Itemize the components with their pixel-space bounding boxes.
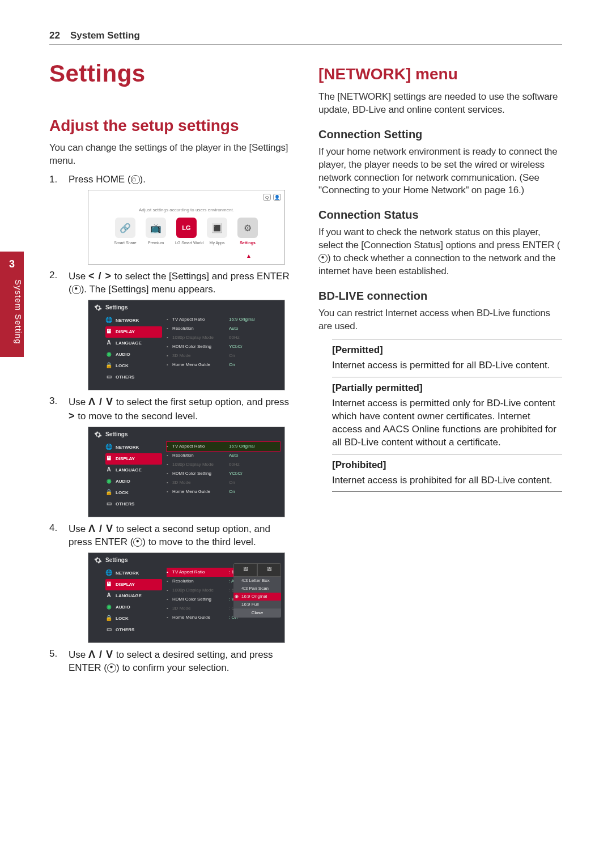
gear-icon (94, 304, 102, 312)
step-3: 3. Use Λ / V to select the first setup o… (49, 395, 293, 517)
enter-icon (107, 663, 116, 673)
step-3-text: to select the first setup option, and pr… (116, 397, 289, 407)
sidebar-item-audio: ◉AUDIO (105, 349, 162, 360)
bd-partial-label: [Partially permitted] (332, 382, 562, 395)
login-icon: 👤 (273, 194, 281, 201)
step-3-pre: Use (69, 397, 86, 407)
step-4-number: 4. (49, 522, 64, 535)
bdlive-options: [Permitted] Internet access is permitted… (332, 339, 562, 492)
header-rule (49, 44, 562, 45)
step-4-pre: Use (69, 524, 86, 534)
tile-my-apps: 🔳My Apps (206, 218, 228, 245)
step-2-number: 2. (49, 269, 64, 282)
audio-icon: ◉ (105, 351, 112, 358)
highlighted-row: •TV Aspect Ratio16:9 Original (167, 442, 280, 451)
left-column: Settings Adjust the setup settings You c… (49, 58, 293, 679)
lock-icon: 🔒 (105, 362, 112, 369)
bd-partial-text: Internet access is permitted only for BD… (332, 397, 562, 449)
enter-icon (318, 254, 328, 263)
popup-option-selected: 16:9 Original (233, 593, 281, 601)
enter-icon (72, 285, 81, 294)
popup-option: 4:3 Letter Box (233, 577, 281, 585)
step-1-text-pre: Press HOME ( (69, 174, 131, 185)
left-right-glyph: < / > (88, 270, 112, 282)
settings-sidebar: 🌐NETWORK 🖥DISPLAY ALANGUAGE ◉AUDIO 🔒LOCK… (105, 442, 162, 510)
bd-permitted-label: [Permitted] (332, 344, 562, 357)
network-icon: 🌐 (105, 317, 112, 324)
step-5-post: ) to confirm your selection. (116, 662, 229, 673)
network-menu-intro: The [NETWORK] settings are needed to use… (318, 91, 562, 117)
settings-screenshot-3: Settings 🌐NETWORK 🖥DISPLAY ALANGUAGE ◉AU… (88, 552, 285, 643)
aspect-ratio-popup: 🖼🖼 4:3 Letter Box 4:3 Pan Scan 16:9 Orig… (233, 563, 281, 618)
step-3-post: to move to the second level. (78, 411, 198, 422)
bd-permitted-text: Internet access is permitted for all BD-… (332, 359, 562, 372)
up-down-glyph: Λ / V (88, 523, 113, 534)
connection-status-heading: Connection Status (318, 207, 562, 223)
language-icon: A (105, 339, 112, 346)
popup-option: 4:3 Pan Scan (233, 585, 281, 593)
chapter-label: System Setting (0, 272, 24, 351)
chapter-tab: 3 System Setting (0, 252, 24, 357)
up-down-glyph: Λ / V (88, 649, 113, 660)
step-5: 5. Use Λ / V to select a desired setting… (49, 648, 293, 675)
popup-option: 16:9 Full (233, 601, 281, 609)
step-2: 2. Use < / > to select the [Settings] an… (49, 269, 293, 390)
search-icon: Q (263, 194, 271, 201)
tile-smart-share: 🔗Smart Share (114, 218, 137, 245)
connection-status-text: If you want to check the network status … (318, 226, 562, 278)
page-header: System Setting (70, 29, 140, 42)
aspect-preview-thumbnails: 🖼🖼 (233, 563, 281, 577)
settings-pointer-icon: ▲ (246, 252, 252, 260)
step-2-pre: Use (69, 271, 86, 282)
bdlive-intro: You can restrict Internet access when BD… (318, 307, 562, 333)
connection-setting-heading: Connection Setting (318, 127, 562, 142)
enter-icon (133, 538, 142, 547)
sidebar-item-language: ALANGUAGE (105, 338, 162, 349)
settings-panel: •TV Aspect Ratio16:9 Original •Resolutio… (167, 315, 280, 369)
connection-setting-text: If your home network environment is read… (318, 146, 562, 198)
up-down-glyph: Λ / V (88, 396, 113, 407)
bdlive-heading: BD-LIVE connection (318, 288, 562, 304)
bd-prohibited-text: Internet access is prohibited for all BD… (332, 474, 562, 487)
step-3-number: 3. (49, 395, 64, 408)
settings-sidebar: 🌐NETWORK 🖥DISPLAY ALANGUAGE ◉AUDIO 🔒LOCK… (105, 315, 162, 383)
step-4-post: ) to move to the third level. (142, 537, 256, 547)
tile-settings: ⚙Settings (236, 218, 259, 245)
step-1: 1. Press HOME (). Q 👤 Adjust settings ac… (49, 173, 293, 265)
gear-icon (94, 431, 102, 439)
main-title: Settings (49, 58, 293, 90)
settings-screenshot-2: Settings 🌐NETWORK 🖥DISPLAY ALANGUAGE ◉AU… (88, 427, 285, 517)
network-menu-heading: [NETWORK] menu (318, 63, 562, 85)
display-icon: 🖥 (105, 328, 112, 335)
adjust-settings-intro: You can change the settings of the playe… (49, 142, 293, 168)
step-1-number: 1. (49, 173, 64, 186)
sidebar-item-network: 🌐NETWORK (105, 315, 162, 326)
settings-screenshot-1: Settings 🌐NETWORK 🖥DISPLAY ALANGUAGE ◉AU… (88, 300, 285, 390)
home-caption: Adjust settings according to users envir… (88, 207, 284, 214)
tile-premium: 📺Premium (144, 218, 167, 245)
home-menu-screenshot: Q 👤 Adjust settings according to users e… (88, 190, 285, 265)
adjust-settings-heading: Adjust the setup settings (49, 115, 293, 137)
sidebar-item-others: ▭OTHERS (105, 372, 162, 383)
step-4: 4. Use Λ / V to select a second setup op… (49, 522, 293, 643)
gear-icon (94, 556, 102, 564)
chapter-number: 3 (0, 257, 24, 271)
others-icon: ▭ (105, 373, 112, 380)
sidebar-item-display: 🖥DISPLAY (105, 326, 162, 338)
step-2-post: ). The [Settings] menu appears. (81, 284, 216, 295)
right-column: [NETWORK] menu The [NETWORK] settings ar… (318, 58, 562, 679)
popup-close: Close (233, 609, 281, 618)
right-glyph: > (69, 410, 75, 422)
step-5-pre: Use (69, 649, 86, 660)
sidebar-item-lock: 🔒LOCK (105, 360, 162, 372)
step-1-text-post: ). (140, 174, 146, 185)
bd-prohibited-label: [Prohibited] (332, 459, 562, 472)
page-number: 22 (49, 29, 60, 42)
step-5-number: 5. (49, 648, 64, 661)
tile-lg-smart-world: LGLG Smart World (175, 218, 198, 245)
home-icon (131, 175, 140, 184)
